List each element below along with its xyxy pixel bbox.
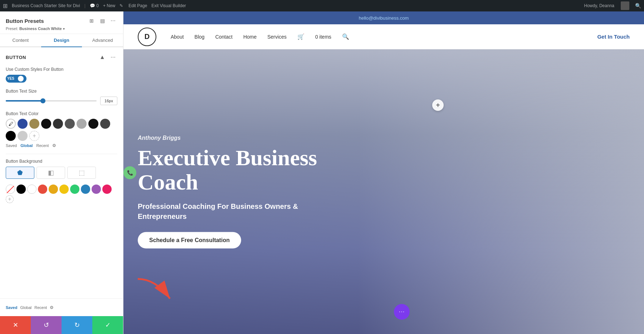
nav-link-about[interactable]: About (171, 34, 184, 40)
color-tab-saved[interactable]: Saved (6, 143, 17, 148)
tab-advanced[interactable]: Advanced (82, 34, 123, 47)
cart-items: 0 items (315, 34, 331, 40)
text-size-value[interactable]: 16px (100, 97, 117, 105)
add-section-button[interactable]: + (432, 99, 444, 111)
nav-link-services[interactable]: Services (267, 34, 287, 40)
bg-option-gradient[interactable]: ◧ (36, 167, 65, 179)
nav-cta-button[interactable]: Get In Touch (597, 34, 630, 40)
color-swatch-mid-gray[interactable] (100, 119, 110, 129)
user-menu-icon[interactable]: 🔍 (635, 3, 641, 9)
tab-content[interactable]: Content (0, 34, 41, 47)
section-expand-icon[interactable]: ▲ (98, 53, 107, 62)
divi-phone-button[interactable]: 📞 (123, 166, 136, 179)
slider-thumb[interactable] (40, 98, 45, 103)
bg-label: Button Background (6, 158, 117, 164)
panel-settings-icon[interactable]: ⊞ (87, 16, 96, 25)
redo-button[interactable]: ↻ (62, 316, 92, 334)
confirm-button[interactable]: ✓ (92, 316, 123, 334)
color-swatch-gold[interactable] (29, 119, 39, 129)
text-size-label: Button Text Size (6, 88, 117, 94)
color-swatch-dark-blue[interactable] (18, 119, 28, 129)
add-bottom-color[interactable]: + (6, 195, 14, 203)
main-layout: Button Presets ⊞ ▤ ⋯ Preset: Business Co… (0, 11, 644, 334)
search-icon[interactable]: 🔍 (342, 33, 349, 40)
footer-tab-global[interactable]: Global (20, 305, 31, 310)
color-swatch-dark-gray[interactable] (53, 119, 63, 129)
divider (6, 154, 117, 154)
bottom-swatch-red[interactable] (38, 185, 47, 194)
site-name[interactable]: Business Coach Starter Site for Divi (12, 3, 80, 8)
close-button[interactable]: ✕ (0, 316, 31, 334)
site-preview: 📞 hello@divibusiness.com D About Blog Co… (123, 11, 644, 334)
toggle-knob (18, 76, 24, 82)
edit-page-link[interactable]: Edit Page (128, 3, 147, 8)
color-tab-global[interactable]: Global (20, 143, 33, 148)
undo-button[interactable]: ↺ (31, 316, 62, 334)
hero-cta-button[interactable]: Schedule a Free Consultation (138, 232, 241, 249)
custom-styles-toggle[interactable]: YES (6, 75, 26, 83)
bottom-swatch-green[interactable] (70, 185, 79, 194)
wp-admin-bar: ⊞ Business Coach Starter Site for Divi |… (0, 0, 644, 11)
bg-option-image[interactable]: ⬚ (67, 167, 96, 179)
panel-columns-icon[interactable]: ▤ (98, 16, 107, 25)
wordpress-icon[interactable]: ⊞ (3, 3, 8, 9)
section-more-icon[interactable]: ⋯ (109, 53, 117, 62)
bg-options: ⬟ ◧ ⬚ (6, 167, 117, 179)
bottom-swatch-orange[interactable] (49, 185, 58, 194)
panel-tabs: Content Design Advanced (0, 34, 123, 47)
nav-link-blog[interactable]: Blog (195, 34, 205, 40)
nav-link-home[interactable]: Home (243, 34, 257, 40)
nav-link-contact[interactable]: Contact (215, 34, 233, 40)
site-logo: D (138, 28, 156, 46)
add-color-swatch[interactable]: + (29, 131, 39, 141)
user-avatar (621, 1, 629, 10)
more-options-button[interactable]: ··· (394, 304, 410, 320)
panel-icon-buttons: ⊞ ▤ ⋯ (87, 16, 117, 25)
custom-styles-label: Use Custom Styles For Button (6, 67, 117, 73)
bottom-swatch-purple[interactable] (92, 185, 101, 194)
confirm-icon: ✓ (105, 321, 111, 329)
color-tab-recent[interactable]: Recent (36, 143, 49, 148)
bottom-swatch-yellow[interactable] (59, 185, 69, 194)
color-swatch-silver[interactable] (18, 131, 28, 141)
cart-icon: 🛒 (297, 33, 304, 40)
pencil-icon: ✎ (119, 3, 123, 8)
color-settings-gear[interactable]: ⚙ (52, 143, 56, 148)
preset-dropdown-icon[interactable]: ▾ (63, 27, 65, 31)
site-header: hello@divibusiness.com (123, 11, 644, 24)
footer-settings-gear[interactable]: ⚙ (50, 305, 54, 310)
panel-more-icon[interactable]: ⋯ (109, 16, 117, 25)
text-color-swatches: 🖊 (6, 119, 117, 129)
exit-visual-builder-link[interactable]: Exit Visual Builder (151, 3, 186, 8)
comment-icon[interactable]: 💬 0 (90, 3, 99, 8)
new-button[interactable]: + New (103, 3, 115, 8)
transparent-swatch[interactable] (6, 185, 15, 194)
header-email[interactable]: hello@divibusiness.com (359, 15, 409, 21)
separator: | (84, 3, 86, 8)
color-swatch-black2[interactable] (88, 119, 98, 129)
bottom-swatch-black[interactable] (16, 185, 26, 194)
section-header: Button ▲ ⋯ (6, 53, 117, 62)
color-sub-tabs: Saved Global Recent ⚙ (6, 143, 117, 148)
color-swatch-black1[interactable] (41, 119, 51, 129)
footer-color-tabs: Saved Global Recent ⚙ (6, 305, 54, 310)
site-nav: D About Blog Contact Home Services 🛒 0 i… (123, 24, 644, 49)
text-color-swatches-row2: + (6, 131, 117, 141)
footer-tab-saved[interactable]: Saved (6, 305, 17, 310)
tab-design[interactable]: Design (41, 34, 82, 47)
color-swatch-pure-black[interactable] (6, 131, 16, 141)
color-swatch-gray[interactable] (65, 119, 75, 129)
hero-subtitle: Professional Coaching For Business Owner… (138, 201, 345, 221)
bg-field: Button Background ⬟ ◧ ⬚ (6, 158, 117, 179)
color-swatch-light-gray[interactable] (77, 119, 87, 129)
bg-option-color[interactable]: ⬟ (6, 167, 34, 179)
text-size-slider[interactable] (6, 100, 97, 102)
hero-content: Anthony Briggs Executive Business Coach … (138, 135, 345, 249)
color-swatch-pen[interactable]: 🖊 (6, 119, 16, 129)
panel-header: Button Presets ⊞ ▤ ⋯ Preset: Business Co… (0, 11, 123, 34)
hero-section: Anthony Briggs Executive Business Coach … (123, 49, 644, 334)
bottom-swatch-blue[interactable] (81, 185, 90, 194)
bottom-swatch-white[interactable] (27, 185, 36, 194)
bottom-swatch-pink[interactable] (102, 185, 112, 194)
footer-tab-recent[interactable]: Recent (34, 305, 47, 310)
